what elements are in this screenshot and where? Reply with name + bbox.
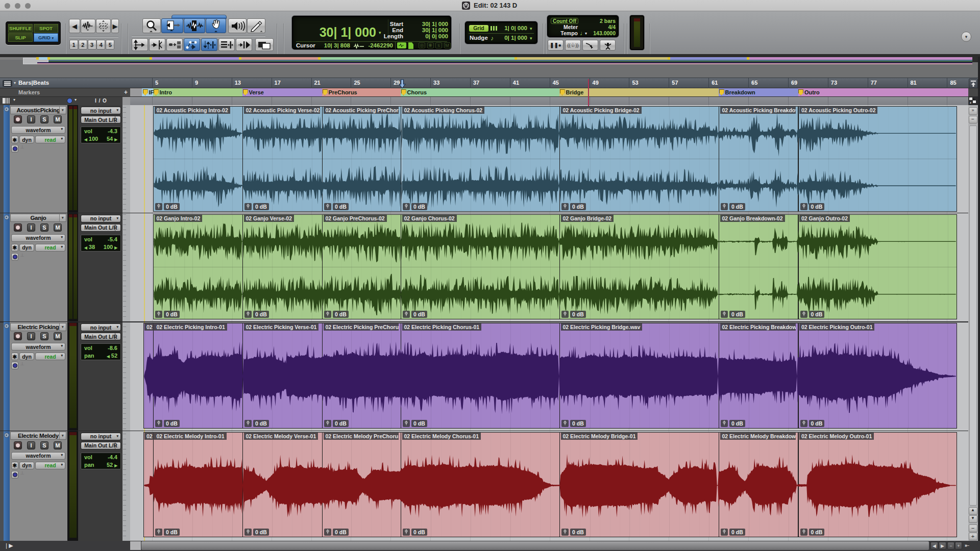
svg-text:z: z [970,101,971,104]
svg-text:a: a [973,97,975,101]
